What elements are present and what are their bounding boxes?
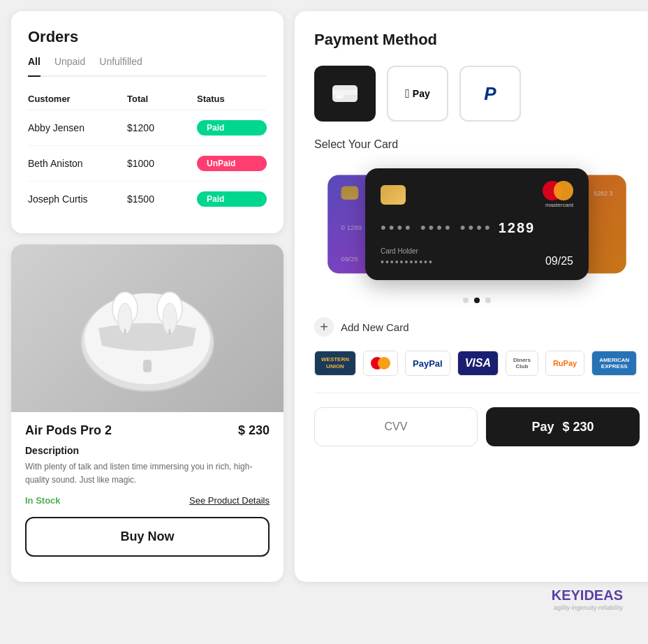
card-method-button[interactable]: [314, 66, 376, 122]
amex-logo: AMERICANEXPRESS: [591, 351, 637, 376]
carousel-dot[interactable]: [485, 298, 491, 303]
credit-card-icon: [330, 81, 360, 106]
card-number-last: 1289: [499, 220, 536, 236]
order-amount: $1200: [127, 122, 197, 133]
col-customer: Customer: [28, 94, 127, 104]
see-details-link[interactable]: See Product Details: [189, 495, 270, 506]
right-panel: Payment Method Pay P Select Your Card: [295, 11, 648, 582]
order-amount: $1500: [127, 193, 197, 205]
card-holder-section: Card Holder •••••••••••: [381, 247, 434, 268]
stock-status: In Stock: [25, 495, 61, 506]
card-expiry: 09/25: [545, 255, 573, 268]
tab-unpaid[interactable]: Unpaid: [54, 56, 85, 70]
order-amount: $1000: [127, 158, 197, 169]
card-center[interactable]: mastercard •••• •••• •••• 1289 Card Hold…: [365, 168, 589, 280]
card-number-row: •••• •••• •••• 1289: [381, 219, 573, 237]
svg-rect-10: [332, 90, 358, 95]
carousel-dot-active[interactable]: [474, 298, 480, 303]
col-status: Status: [197, 94, 267, 104]
card-holder-value: •••••••••••: [381, 256, 434, 268]
orders-card: Orders All Unpaid Unfulfilled Customer T…: [11, 11, 284, 233]
brand-tagline: agility·ingenuity·reliability: [552, 604, 623, 611]
customer-name: Beth Aniston: [28, 158, 127, 169]
footer: KEYIDEAS agility·ingenuity·reliability: [11, 582, 637, 614]
table-header: Customer Total Status: [28, 88, 267, 110]
pay-label: Pay: [531, 420, 554, 434]
table-row: Beth Aniston $1000 UnPaid: [28, 146, 267, 182]
table-row: Abby Jensen $1200 Paid: [28, 110, 267, 146]
status-badge: UnPaid: [197, 156, 267, 171]
svg-rect-11: [335, 95, 344, 98]
product-card: Air Pods Pro 2 $ 230 Description With pl…: [11, 244, 284, 582]
rupay-logo: RuPay: [545, 351, 584, 376]
card-bottom-row: Card Holder ••••••••••• 09/25: [381, 247, 573, 268]
mastercard-logo: [363, 351, 398, 376]
plus-icon[interactable]: +: [314, 317, 334, 337]
select-card-label: Select Your Card: [314, 138, 640, 151]
divider: [314, 393, 640, 393]
tabs-bar: All Unpaid Unfulfilled: [28, 56, 267, 77]
add-card-label: Add New Card: [341, 321, 409, 333]
status-badge: Paid: [197, 191, 267, 207]
payment-title: Payment Method: [314, 31, 640, 49]
western-union-logo: WESTERNUNION: [314, 351, 356, 376]
pay-button[interactable]: Pay $ 230: [486, 407, 640, 446]
card-holder-label: Card Holder: [381, 247, 434, 255]
visa-logo: VISA: [457, 351, 499, 376]
card-chip: [341, 186, 359, 199]
pay-row: Pay $ 230: [314, 407, 640, 446]
product-info: Air Pods Pro 2 $ 230 Description With pl…: [11, 412, 284, 568]
table-row: Joseph Curtis $1500 Paid: [28, 182, 267, 217]
mc-label: mastercard: [543, 202, 573, 208]
paypal-logo: PayPal: [405, 351, 450, 376]
left-panel: Orders All Unpaid Unfulfilled Customer T…: [11, 11, 284, 582]
customer-name: Abby Jensen: [28, 122, 127, 133]
brand-name: KEYIDEAS: [552, 587, 623, 603]
description-label: Description: [25, 445, 270, 456]
card-number-dots: •••• •••• ••••: [381, 219, 493, 237]
cvv-input[interactable]: [314, 407, 478, 446]
payment-methods-row: Pay P: [314, 66, 640, 122]
airpods-illustration: [50, 251, 245, 405]
brand-block: KEYIDEAS agility·ingenuity·reliability: [552, 587, 623, 611]
customer-name: Joseph Curtis: [28, 193, 127, 205]
tab-unfulfilled[interactable]: Unfulfilled: [99, 56, 142, 70]
card-chip: [381, 185, 406, 205]
paypal-method-button[interactable]: P: [459, 66, 521, 122]
buy-now-button[interactable]: Buy Now: [25, 517, 270, 557]
diners-club-logo: DinersClub: [506, 351, 538, 376]
card-top: mastercard: [381, 181, 573, 208]
product-top-row: Air Pods Pro 2 $ 230: [25, 423, 270, 438]
cards-carousel[interactable]: 0 1289 09/25 mastercard: [314, 165, 640, 284]
description-text: With plenty of talk and listen time imme…: [25, 460, 270, 487]
product-price: $ 230: [238, 423, 270, 438]
product-name: Air Pods Pro 2: [25, 423, 112, 438]
card-number-last: 5282 3: [594, 189, 613, 196]
status-badge: Paid: [197, 120, 267, 136]
svg-rect-8: [143, 360, 152, 372]
payment-logos: WESTERNUNION PayPal VISA DinersClub RuPa…: [314, 351, 640, 376]
carousel-dot[interactable]: [463, 298, 469, 303]
tab-all[interactable]: All: [28, 56, 40, 77]
mastercard-logo: [543, 181, 573, 200]
apple-pay-button[interactable]: Pay: [387, 66, 448, 122]
orders-title: Orders: [28, 28, 267, 46]
card-right-info: 5282 3: [594, 189, 613, 196]
pay-amount: $ 230: [562, 420, 594, 434]
col-total: Total: [127, 94, 197, 104]
product-image: [11, 244, 284, 412]
add-card-row[interactable]: + Add New Card: [314, 317, 640, 337]
product-footer: In Stock See Product Details: [25, 495, 270, 506]
carousel-dots: [314, 298, 640, 303]
